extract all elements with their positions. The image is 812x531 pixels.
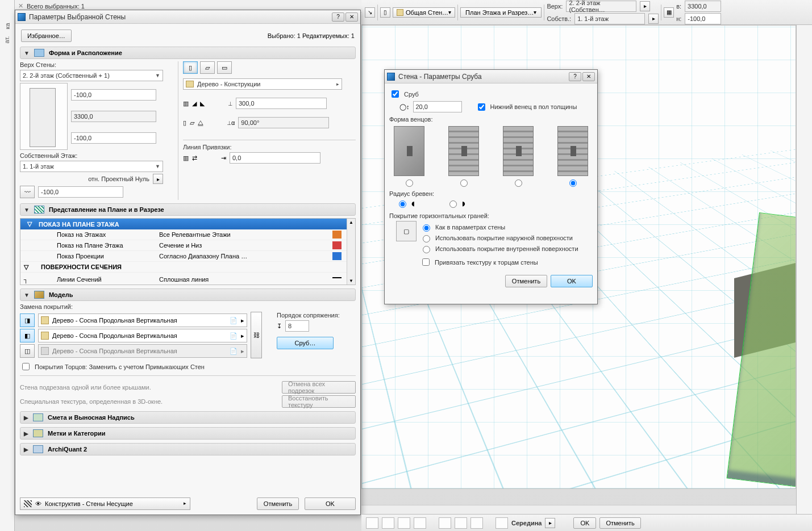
dlg-footer: 👁 Конструктив - Стены Несущие▸ Отменить … xyxy=(20,497,356,510)
status-tool-2[interactable] xyxy=(382,517,394,529)
favorites-button[interactable]: Избранное… xyxy=(21,30,72,42)
project-zero-play-icon[interactable]: ▸ xyxy=(153,174,163,184)
table-header-floorplan[interactable]: ▽ПОКАЗ НА ПЛАНЕ ЭТАЖА xyxy=(20,219,355,229)
app-frame: ка ат. ✕ Всего выбранных: 1 ↘ ▯ Общая Ст… xyxy=(0,0,812,531)
status-tool-1[interactable] xyxy=(366,517,378,529)
ends-override-checkbox[interactable] xyxy=(22,363,30,370)
table-row[interactable]: Показ ПроекцииСогласно Диапазону Плана … xyxy=(20,251,355,262)
align-texture-checkbox[interactable] xyxy=(422,258,430,266)
half-first-checkbox[interactable] xyxy=(478,103,485,111)
close-button[interactable]: ✕ xyxy=(345,12,358,22)
close-button[interactable]: ✕ xyxy=(582,72,595,81)
undo-trim-button[interactable]: Отмена всех подрезок xyxy=(282,381,356,394)
table-row[interactable]: ┐Линии СеченийСплошная линия xyxy=(20,273,355,285)
table-row[interactable]: Показ на Плане ЭтажаСечение и Низ xyxy=(20,240,355,251)
profile-rect-icon[interactable]: ▯ xyxy=(183,119,186,127)
profile-double-icon[interactable]: ⧋ xyxy=(198,119,203,127)
wall-type-dropdown[interactable]: Общая Стен… ▾ xyxy=(393,7,455,18)
view-dropdown[interactable]: План Этажа и Разрез… ▾ xyxy=(460,7,542,18)
face-opt2-radio[interactable] xyxy=(423,235,430,242)
junction-input[interactable]: 8 xyxy=(285,320,309,332)
help-button[interactable]: ? xyxy=(332,12,344,22)
wall-dialog-titlebar[interactable]: Параметры Выбранной Стены ? ✕ xyxy=(15,10,360,24)
bottom-offset-input[interactable]: -100,0 xyxy=(71,132,156,144)
texture-note: Специальная текстура, определенная в 3D-… xyxy=(20,398,278,405)
surfaces-link-chain[interactable]: ⛓ xyxy=(251,312,262,358)
home-link-value[interactable]: 1. 1-й этаж xyxy=(574,13,645,24)
help-button[interactable]: ? xyxy=(569,72,581,81)
log-details-button[interactable]: Сруб… xyxy=(277,337,334,349)
log-ok-button[interactable]: OK xyxy=(551,275,593,287)
surface-edge-select[interactable]: Дерево - Сосна Продольная Вертикальная📄▸ xyxy=(38,329,247,342)
section-tags[interactable]: Метки и Категории xyxy=(20,427,356,440)
log-shape-4-radio[interactable] xyxy=(569,179,577,187)
home-link-play-icon[interactable]: ▸ xyxy=(648,14,659,24)
table-scrollbar[interactable] xyxy=(347,219,355,285)
section-archiquant[interactable]: ArchiQuant 2 xyxy=(20,443,356,455)
status-tool-3[interactable] xyxy=(398,517,410,529)
log-shape-2-radio[interactable] xyxy=(460,179,468,187)
status-tool-4[interactable] xyxy=(414,517,426,529)
log-height-input[interactable]: 20,0 xyxy=(413,101,462,112)
surface-outer-select[interactable]: Дерево - Сосна Продольная Вертикальная📄▸ xyxy=(38,313,247,327)
layer-select[interactable]: 👁 Конструктив - Стены Несущие▸ xyxy=(20,497,190,510)
h-value[interactable]: -100,0 xyxy=(685,13,721,24)
surface-inner-select[interactable]: Дерево - Сосна Продольная Вертикальная📄▸ xyxy=(38,344,247,358)
top-link-play-icon[interactable]: ▸ xyxy=(640,1,650,11)
tab-close-icon[interactable]: ✕ xyxy=(18,2,23,10)
struct-composite-icon[interactable]: ◢ xyxy=(192,100,197,107)
home-story-select[interactable]: 1. 1-й этаж▼ xyxy=(20,161,163,172)
top-offset-input[interactable]: -100,0 xyxy=(71,89,156,101)
refline-label: Линия Привязки: xyxy=(183,144,356,150)
geom-poly-icon[interactable]: ▭ xyxy=(217,61,232,74)
log-cancel-button[interactable]: Отменить xyxy=(505,275,547,287)
table-subheader[interactable]: ▽ПОВЕРХНОСТИ СЕЧЕНИЯ xyxy=(20,262,355,273)
status-tool-7[interactable] xyxy=(470,517,483,529)
mode-icon-1[interactable]: ↘ xyxy=(365,7,375,18)
project-zero-input[interactable]: -100,0 xyxy=(38,186,123,198)
dim-icon[interactable]: ▦ xyxy=(664,7,674,18)
ok-button[interactable]: OK xyxy=(305,497,356,510)
thickness-input[interactable]: 300,0 xyxy=(236,98,327,109)
angle-lock-icon[interactable]: ⟂α xyxy=(227,119,235,126)
struct-basic-icon[interactable]: ▥ xyxy=(183,100,189,107)
viewport-hscroll[interactable] xyxy=(361,505,796,514)
restore-texture-button[interactable]: Восстановить текстуру xyxy=(282,395,356,408)
section-floorplan[interactable]: Представление на Плане и в Разрезе xyxy=(20,203,356,216)
enable-log-checkbox[interactable] xyxy=(392,90,399,98)
log-shape-1-radio[interactable] xyxy=(406,179,413,187)
geom-trapezoid-icon[interactable]: ▱ xyxy=(200,61,215,74)
section-geometry[interactable]: Форма и Расположение xyxy=(20,47,356,59)
face-opt1-radio[interactable] xyxy=(423,224,430,232)
face-opt3-radio[interactable] xyxy=(423,246,430,253)
building-material-select[interactable]: Дерево - Конструкции▸ xyxy=(183,78,342,90)
table-row[interactable]: Показ на ЭтажахВсе Релевантные Этажи xyxy=(20,229,355,240)
override-outer-toggle[interactable]: ◨ xyxy=(20,313,35,327)
log-shape-3-radio[interactable] xyxy=(515,179,522,187)
height-input[interactable]: 3300,0 xyxy=(71,111,156,122)
status-tool-6[interactable] xyxy=(455,517,467,529)
log-dialog-titlebar[interactable]: Стена - Параметры Сруба ? ✕ xyxy=(385,70,597,83)
cancel-button[interactable]: Отменить xyxy=(257,497,299,510)
status-tool-5[interactable] xyxy=(439,517,451,529)
refline-offset-input[interactable]: 0,0 xyxy=(230,152,320,164)
geom-straight-icon[interactable]: ▯ xyxy=(183,61,198,74)
section-schedule[interactable]: Смета и Выносная Надпись xyxy=(20,411,356,424)
status-tool-8[interactable] xyxy=(495,517,508,529)
top-link-story-select[interactable]: 2. 2-й этаж (Собственный + 1)▼ xyxy=(20,70,163,81)
status-cancel-button[interactable]: Отменить xyxy=(599,517,640,529)
status-ok-button[interactable]: OK xyxy=(573,517,596,529)
refline-flip-icon[interactable]: ⇄ xyxy=(192,154,197,162)
refline-side-icon[interactable]: ▥ xyxy=(183,154,189,162)
snap-play-icon[interactable]: ▸ xyxy=(545,518,555,528)
wall-profile-icon[interactable]: ▯ xyxy=(380,7,390,18)
override-inner-toggle[interactable]: ◫ xyxy=(20,344,35,358)
radius-right-radio[interactable] xyxy=(449,200,457,208)
struct-profile-icon[interactable]: ◣ xyxy=(200,100,205,107)
radius-left-radio[interactable] xyxy=(399,200,406,208)
top-link-value[interactable]: 2. 2-й этаж (Собствен… xyxy=(566,1,636,12)
override-edge-toggle[interactable]: ◧ xyxy=(20,329,35,342)
profile-slant-icon[interactable]: ▱ xyxy=(190,119,194,127)
w-value[interactable]: 3300,0 xyxy=(685,1,721,12)
section-model[interactable]: Модель xyxy=(20,289,356,301)
